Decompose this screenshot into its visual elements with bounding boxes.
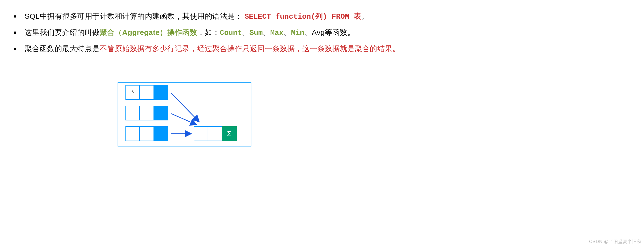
watermark: CSDN @半旧盛夏半旧秋 bbox=[589, 239, 642, 245]
output-row: Σ bbox=[194, 126, 237, 141]
input-row-3 bbox=[126, 126, 168, 141]
input-row-2 bbox=[126, 106, 168, 120]
cell bbox=[140, 126, 154, 141]
b2-min: Min bbox=[291, 29, 304, 37]
sigma-cell: Σ bbox=[222, 126, 237, 141]
b2-plain-1: 这里我们要介绍的叫做 bbox=[24, 28, 100, 36]
cell bbox=[126, 106, 140, 120]
cell-highlight bbox=[154, 85, 168, 100]
cell bbox=[126, 85, 140, 100]
b2-aggregate: 聚合（Aggregate）操作函数 bbox=[100, 28, 197, 36]
b1-table: 表 bbox=[354, 12, 361, 21]
b1-column: 列 bbox=[315, 12, 323, 21]
b3-highlight: 不管原始数据有多少行记录，经过聚合操作只返回一条数据，这一条数据就是聚合的结果。 bbox=[100, 44, 400, 53]
cell bbox=[140, 106, 154, 120]
input-row-1 bbox=[126, 85, 168, 100]
b3-plain-1: 聚合函数的最大特点是 bbox=[24, 44, 100, 53]
cell bbox=[140, 85, 154, 100]
bullet-3: 聚合函数的最大特点是不管原始数据有多少行记录，经过聚合操作只返回一条数据，这一条… bbox=[10, 42, 634, 55]
cell bbox=[208, 126, 222, 141]
cell-highlight bbox=[154, 126, 168, 141]
arrow-1 bbox=[171, 93, 199, 122]
b1-plain-1: SQL中拥有很多可用于计数和计算的内建函数，其使用的语法是： bbox=[24, 12, 242, 20]
b2-avg-etc: Avg等函数。 bbox=[312, 28, 355, 36]
b2-sum: Sum bbox=[250, 29, 263, 37]
cell bbox=[126, 126, 140, 141]
cell-highlight bbox=[154, 106, 168, 120]
b2-max: Max bbox=[270, 29, 284, 37]
b2-count: Count bbox=[220, 29, 242, 37]
b2-sep-3: 、 bbox=[284, 28, 291, 36]
slide-content: SQL中拥有很多可用于计数和计算的内建函数，其使用的语法是： SELECT fu… bbox=[0, 0, 644, 146]
aggregate-diagram: Σ ↖ bbox=[118, 82, 252, 146]
b1-end: 。 bbox=[361, 12, 369, 20]
bullet-1: SQL中拥有很多可用于计数和计算的内建函数，其使用的语法是： SELECT fu… bbox=[10, 10, 634, 23]
cell bbox=[194, 126, 208, 141]
arrow-2 bbox=[171, 114, 197, 125]
b2-sep-1: 、 bbox=[242, 28, 250, 36]
b2-sep-2: 、 bbox=[263, 28, 270, 36]
b1-select: SELECT function( bbox=[244, 12, 315, 21]
b1-from: ) FROM bbox=[323, 12, 354, 21]
bullet-list: SQL中拥有很多可用于计数和计算的内建函数，其使用的语法是： SELECT fu… bbox=[10, 10, 634, 55]
bullet-2: 这里我们要介绍的叫做聚合（Aggregate）操作函数，如：Count、Sum、… bbox=[10, 26, 634, 39]
b2-sep-4: 、 bbox=[304, 28, 312, 36]
b2-plain-2: ，如： bbox=[197, 28, 220, 36]
